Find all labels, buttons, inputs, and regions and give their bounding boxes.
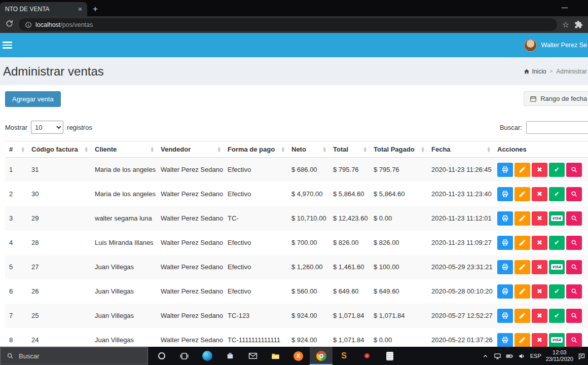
edit-button[interactable]: [514, 309, 530, 323]
print-button[interactable]: [497, 211, 513, 226]
edit-button[interactable]: [514, 284, 530, 299]
column-header-neto[interactable]: Neto▲▼: [287, 141, 329, 158]
cancel-button[interactable]: ✖: [532, 309, 547, 323]
view-detail-button[interactable]: [566, 236, 582, 250]
date-range-button[interactable]: Rango de fecha: [524, 91, 588, 106]
add-sale-button[interactable]: Agregar venta: [5, 91, 61, 107]
view-detail-button[interactable]: [566, 260, 582, 274]
total-cell: $ 1,071.84: [329, 328, 370, 347]
action-center-icon[interactable]: [578, 352, 585, 360]
column-header-total[interactable]: Total▲▼: [329, 141, 370, 158]
task-view-icon[interactable]: [173, 347, 196, 365]
file-explorer-icon[interactable]: [264, 347, 287, 365]
print-button[interactable]: [497, 260, 513, 274]
table-row: 131Maria de los angelesWalter Perez Seda…: [5, 158, 588, 182]
paid-check-button[interactable]: ✔: [549, 187, 565, 201]
visa-payment-button[interactable]: VISA: [549, 333, 565, 347]
cliente-cell: Juan Villegas: [91, 328, 157, 347]
records-label: registros: [67, 124, 92, 131]
taskbar-search[interactable]: Buscar: [0, 347, 148, 364]
cancel-button[interactable]: ✖: [532, 236, 547, 250]
paid-check-button[interactable]: ✔: [549, 309, 565, 323]
notepad-icon[interactable]: [378, 347, 401, 365]
chrome-icon[interactable]: [310, 347, 333, 365]
view-detail-button[interactable]: [566, 211, 582, 226]
print-button[interactable]: [497, 333, 513, 347]
battery-icon[interactable]: [506, 352, 513, 360]
new-tab-button[interactable]: +: [87, 2, 103, 16]
paid-check-button[interactable]: ✔: [549, 284, 565, 299]
sidebar-toggle-icon[interactable]: [3, 42, 12, 49]
recorder-icon[interactable]: [355, 347, 378, 365]
paid-check-button[interactable]: ✔: [549, 236, 565, 250]
xampp-icon[interactable]: X: [287, 347, 310, 365]
user-menu[interactable]: Walter Perez Se: [524, 33, 588, 57]
bookmark-star-icon[interactable]: ☆: [562, 20, 569, 29]
network-icon[interactable]: [494, 352, 501, 360]
page-size-select[interactable]: 10: [31, 121, 63, 134]
paid-check-button[interactable]: ✔: [549, 163, 565, 177]
url-host: localhost: [35, 21, 60, 28]
store-icon[interactable]: [218, 347, 241, 365]
extensions-icon[interactable]: [574, 20, 583, 29]
table-search-input[interactable]: [526, 121, 588, 134]
view-detail-button[interactable]: [566, 187, 582, 201]
column-header-codigo[interactable]: Código factura▲▼: [27, 141, 91, 158]
view-detail-button[interactable]: [566, 163, 582, 177]
edit-button[interactable]: [514, 211, 530, 226]
fecha-cell: 2020-11-23 11:26:45: [427, 158, 493, 182]
browser-tab[interactable]: NTO DE VENTA ×: [0, 2, 87, 16]
print-button[interactable]: [497, 309, 513, 323]
neto-cell: $ 10,710.00: [287, 206, 329, 231]
cancel-button[interactable]: ✖: [532, 211, 547, 226]
view-detail-button[interactable]: [566, 309, 582, 323]
neto-cell: $ 700.00: [287, 231, 329, 255]
edit-button[interactable]: [514, 236, 530, 250]
print-button[interactable]: [497, 236, 513, 250]
edit-button[interactable]: [514, 260, 530, 274]
column-header-forma-pago[interactable]: Forma de pago▲▼: [224, 141, 287, 158]
edit-button[interactable]: [514, 333, 530, 347]
total-pagado-cell: $ 1,071.84: [370, 304, 427, 328]
column-header-num[interactable]: #▲▼: [5, 141, 27, 158]
cortana-icon[interactable]: [150, 347, 173, 365]
edit-button[interactable]: [514, 163, 530, 177]
column-header-cliente[interactable]: Cliente▲▼: [91, 141, 157, 158]
visa-payment-button[interactable]: VISA: [549, 211, 565, 226]
cancel-button[interactable]: ✖: [532, 333, 547, 347]
cancel-button[interactable]: ✖: [532, 284, 547, 299]
total-cell: $ 1,071.84: [329, 304, 370, 328]
forma-pago-cell: Efectivo: [224, 231, 287, 255]
print-button[interactable]: [497, 163, 513, 177]
view-detail-button[interactable]: [566, 333, 582, 347]
print-button[interactable]: [497, 284, 513, 299]
breadcrumb-home[interactable]: Inicio: [524, 68, 546, 75]
column-header-total-pagado[interactable]: Total Pagado▲▼: [370, 141, 427, 158]
address-bar[interactable]: localhost/pos/ventas: [19, 18, 557, 31]
taskbar-clock[interactable]: 12:03 23/11/2020: [546, 349, 573, 362]
reload-icon[interactable]: [5, 19, 14, 30]
cancel-button[interactable]: ✖: [532, 187, 547, 201]
column-header-fecha[interactable]: Fecha▲▼: [427, 141, 493, 158]
fecha-cell: 2020-05-29 23:31:21: [427, 255, 493, 279]
neto-cell: $ 1,260.00: [287, 255, 329, 279]
print-button[interactable]: [497, 187, 513, 201]
visa-payment-button[interactable]: VISA: [549, 260, 565, 274]
window-minimize-button[interactable]: —: [556, 0, 574, 15]
mail-icon[interactable]: [241, 347, 264, 365]
column-header-vendedor[interactable]: Vendedor▲▼: [157, 141, 224, 158]
tab-close-icon[interactable]: ×: [78, 5, 82, 13]
edge-icon[interactable]: [196, 347, 218, 365]
edit-button[interactable]: [514, 187, 530, 201]
cancel-button[interactable]: ✖: [532, 163, 547, 177]
view-detail-button[interactable]: [566, 284, 582, 299]
chevron-up-icon[interactable]: [482, 352, 489, 360]
table-header-row: #▲▼Código factura▲▼Cliente▲▼Vendedor▲▼Fo…: [5, 141, 588, 158]
volume-icon[interactable]: [518, 352, 526, 360]
page-info-icon[interactable]: [25, 21, 32, 28]
user-avatar: [524, 39, 537, 52]
sublime-text-icon[interactable]: S: [333, 347, 355, 365]
language-indicator[interactable]: ESP: [530, 353, 541, 359]
cancel-button[interactable]: ✖: [532, 260, 547, 274]
column-label: Forma de pago: [228, 145, 275, 153]
